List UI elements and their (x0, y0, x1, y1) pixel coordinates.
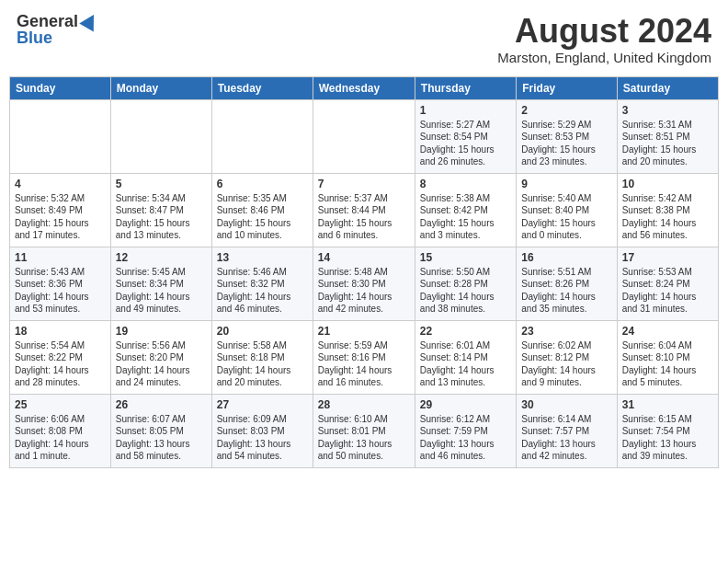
logo-triangle-icon (79, 11, 101, 32)
day-number: 29 (420, 398, 511, 411)
day-number: 30 (521, 398, 611, 411)
calendar-cell: 16Sunrise: 5:51 AM Sunset: 8:26 PM Dayli… (517, 247, 617, 320)
day-info: Sunrise: 5:32 AM Sunset: 8:49 PM Dayligh… (15, 192, 106, 242)
calendar-cell: 15Sunrise: 5:50 AM Sunset: 8:28 PM Dayli… (415, 247, 516, 320)
day-info: Sunrise: 5:45 AM Sunset: 8:34 PM Dayligh… (116, 266, 207, 316)
day-number: 22 (420, 325, 511, 338)
day-info: Sunrise: 6:09 AM Sunset: 8:03 PM Dayligh… (217, 413, 308, 463)
day-number: 2 (521, 104, 611, 117)
day-number: 16 (521, 251, 611, 264)
day-info: Sunrise: 6:07 AM Sunset: 8:05 PM Dayligh… (116, 413, 207, 463)
weekday-header-monday: Monday (110, 76, 211, 99)
day-number: 5 (116, 178, 207, 190)
calendar-cell: 10Sunrise: 5:42 AM Sunset: 8:38 PM Dayli… (617, 173, 718, 247)
day-info: Sunrise: 5:43 AM Sunset: 8:36 PM Dayligh… (15, 266, 106, 316)
day-number: 21 (318, 325, 410, 338)
logo-general-text: General (17, 13, 78, 29)
day-info: Sunrise: 6:15 AM Sunset: 7:54 PM Dayligh… (622, 413, 713, 463)
day-number: 1 (420, 104, 511, 117)
calendar-cell: 27Sunrise: 6:09 AM Sunset: 8:03 PM Dayli… (211, 394, 313, 467)
location-text: Marston, England, United Kingdom (497, 50, 711, 65)
calendar-cell (313, 99, 415, 173)
day-info: Sunrise: 5:54 AM Sunset: 8:22 PM Dayligh… (15, 339, 106, 389)
weekday-header-sunday: Sunday (10, 76, 111, 99)
weekday-header-wednesday: Wednesday (313, 76, 415, 99)
day-number: 25 (15, 398, 106, 411)
day-info: Sunrise: 5:56 AM Sunset: 8:20 PM Dayligh… (116, 339, 207, 389)
calendar-table: SundayMondayTuesdayWednesdayThursdayFrid… (9, 76, 719, 468)
day-number: 15 (420, 251, 511, 264)
calendar-cell: 26Sunrise: 6:07 AM Sunset: 8:05 PM Dayli… (110, 394, 211, 467)
calendar-cell: 3Sunrise: 5:31 AM Sunset: 8:51 PM Daylig… (617, 99, 718, 173)
day-info: Sunrise: 5:31 AM Sunset: 8:51 PM Dayligh… (622, 119, 713, 168)
day-number: 12 (116, 251, 207, 264)
calendar-cell: 24Sunrise: 6:04 AM Sunset: 8:10 PM Dayli… (617, 320, 718, 394)
day-number: 18 (15, 325, 106, 338)
day-number: 9 (521, 178, 611, 190)
day-number: 31 (622, 398, 713, 411)
calendar-cell: 29Sunrise: 6:12 AM Sunset: 7:59 PM Dayli… (415, 394, 516, 467)
day-info: Sunrise: 5:42 AM Sunset: 8:38 PM Dayligh… (622, 192, 713, 242)
calendar-cell: 1Sunrise: 5:27 AM Sunset: 8:54 PM Daylig… (415, 99, 516, 173)
day-number: 6 (217, 178, 308, 190)
day-info: Sunrise: 5:35 AM Sunset: 8:46 PM Dayligh… (217, 192, 308, 242)
calendar-cell (211, 99, 313, 173)
calendar-cell (10, 99, 111, 173)
day-number: 26 (116, 398, 207, 411)
day-number: 11 (15, 251, 106, 264)
day-info: Sunrise: 6:01 AM Sunset: 8:14 PM Dayligh… (420, 339, 511, 389)
logo-blue-text: Blue (17, 29, 98, 46)
day-number: 28 (318, 398, 410, 411)
logo: General Blue (17, 13, 98, 46)
month-title: August 2024 (497, 13, 711, 50)
day-info: Sunrise: 5:34 AM Sunset: 8:47 PM Dayligh… (116, 192, 207, 242)
calendar-cell: 21Sunrise: 5:59 AM Sunset: 8:16 PM Dayli… (313, 320, 415, 394)
calendar-cell: 28Sunrise: 6:10 AM Sunset: 8:01 PM Dayli… (313, 394, 415, 467)
day-info: Sunrise: 5:53 AM Sunset: 8:24 PM Dayligh… (622, 266, 713, 316)
calendar-cell: 5Sunrise: 5:34 AM Sunset: 8:47 PM Daylig… (110, 173, 211, 247)
weekday-header-saturday: Saturday (617, 76, 718, 99)
day-number: 3 (622, 104, 713, 117)
day-info: Sunrise: 5:40 AM Sunset: 8:40 PM Dayligh… (521, 192, 611, 242)
calendar-cell: 11Sunrise: 5:43 AM Sunset: 8:36 PM Dayli… (10, 247, 111, 320)
calendar-cell: 6Sunrise: 5:35 AM Sunset: 8:46 PM Daylig… (211, 173, 313, 247)
day-info: Sunrise: 5:51 AM Sunset: 8:26 PM Dayligh… (521, 266, 611, 316)
weekday-header-tuesday: Tuesday (211, 76, 313, 99)
day-number: 13 (217, 251, 308, 264)
calendar-cell (110, 99, 211, 173)
day-number: 19 (116, 325, 207, 338)
day-info: Sunrise: 5:38 AM Sunset: 8:42 PM Dayligh… (420, 192, 511, 242)
calendar-cell: 13Sunrise: 5:46 AM Sunset: 8:32 PM Dayli… (211, 247, 313, 320)
title-block: August 2024 Marston, England, United Kin… (497, 13, 711, 65)
weekday-header-friday: Friday (517, 76, 617, 99)
calendar-cell: 7Sunrise: 5:37 AM Sunset: 8:44 PM Daylig… (313, 173, 415, 247)
calendar-cell: 17Sunrise: 5:53 AM Sunset: 8:24 PM Dayli… (617, 247, 718, 320)
day-number: 20 (217, 325, 308, 338)
day-number: 27 (217, 398, 308, 411)
day-info: Sunrise: 6:12 AM Sunset: 7:59 PM Dayligh… (420, 413, 511, 463)
day-info: Sunrise: 6:14 AM Sunset: 7:57 PM Dayligh… (521, 413, 611, 463)
day-number: 23 (521, 325, 611, 338)
day-number: 7 (318, 178, 410, 190)
calendar-cell: 2Sunrise: 5:29 AM Sunset: 8:53 PM Daylig… (517, 99, 617, 173)
calendar-cell: 8Sunrise: 5:38 AM Sunset: 8:42 PM Daylig… (415, 173, 516, 247)
day-info: Sunrise: 5:58 AM Sunset: 8:18 PM Dayligh… (217, 339, 308, 389)
calendar-cell: 19Sunrise: 5:56 AM Sunset: 8:20 PM Dayli… (110, 320, 211, 394)
calendar-cell: 31Sunrise: 6:15 AM Sunset: 7:54 PM Dayli… (617, 394, 718, 467)
calendar-cell: 12Sunrise: 5:45 AM Sunset: 8:34 PM Dayli… (110, 247, 211, 320)
day-info: Sunrise: 5:37 AM Sunset: 8:44 PM Dayligh… (318, 192, 410, 242)
day-info: Sunrise: 5:48 AM Sunset: 8:30 PM Dayligh… (318, 266, 410, 316)
day-info: Sunrise: 6:02 AM Sunset: 8:12 PM Dayligh… (521, 339, 611, 389)
day-number: 24 (622, 325, 713, 338)
day-info: Sunrise: 5:50 AM Sunset: 8:28 PM Dayligh… (420, 266, 511, 316)
weekday-header-thursday: Thursday (415, 76, 516, 99)
calendar-cell: 18Sunrise: 5:54 AM Sunset: 8:22 PM Dayli… (10, 320, 111, 394)
calendar-cell: 22Sunrise: 6:01 AM Sunset: 8:14 PM Dayli… (415, 320, 516, 394)
day-info: Sunrise: 5:59 AM Sunset: 8:16 PM Dayligh… (318, 339, 410, 389)
day-number: 10 (622, 178, 713, 190)
calendar-cell: 25Sunrise: 6:06 AM Sunset: 8:08 PM Dayli… (10, 394, 111, 467)
calendar-cell: 20Sunrise: 5:58 AM Sunset: 8:18 PM Dayli… (211, 320, 313, 394)
day-number: 8 (420, 178, 511, 190)
calendar-cell: 14Sunrise: 5:48 AM Sunset: 8:30 PM Dayli… (313, 247, 415, 320)
calendar-cell: 30Sunrise: 6:14 AM Sunset: 7:57 PM Dayli… (517, 394, 617, 467)
